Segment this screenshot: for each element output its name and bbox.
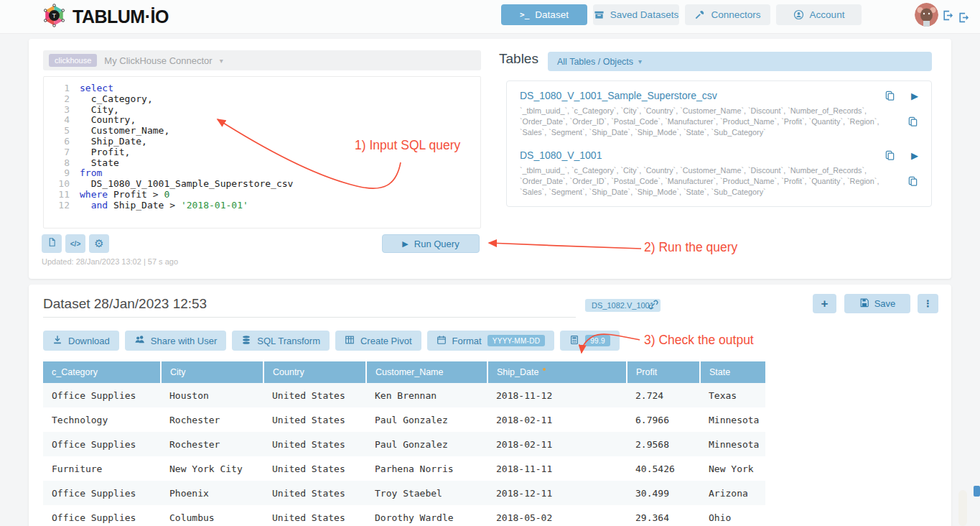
table-cell: Office Supplies xyxy=(43,481,161,505)
table-cell: Office Supplies xyxy=(43,432,161,456)
format-button[interactable]: Format YYYY-MM-DD xyxy=(427,331,555,351)
kebab-icon: ⋮ xyxy=(923,298,933,309)
copy-icon[interactable] xyxy=(885,150,895,161)
file-icon xyxy=(47,237,57,250)
tables-list: DS_1080_V_1001_Sample_Superstore_csv ▶ `… xyxy=(506,80,932,207)
tab-connectors[interactable]: Connectors xyxy=(685,4,770,25)
add-dataset-button[interactable]: + xyxy=(813,294,836,313)
table-cell: New York xyxy=(700,456,765,481)
column-header-customer-name[interactable]: Customer_Name xyxy=(366,361,487,383)
connector-type-badge: clickhouse xyxy=(49,54,97,67)
tab-label: Dataset xyxy=(535,9,569,20)
sql-transform-button[interactable]: SQL Transform xyxy=(232,331,330,351)
table-cell: Paul Gonzalez xyxy=(366,407,487,432)
download-label: Download xyxy=(68,336,110,346)
result-table: c_Category City Country Customer_Name Sh… xyxy=(43,361,765,526)
chevron-down-icon: ▾ xyxy=(638,57,642,65)
precision-badge: 99.9 xyxy=(585,335,610,346)
table-row[interactable]: FurnitureNew York CityUnited StatesParhe… xyxy=(43,456,765,481)
table-cell: 29.364 xyxy=(627,505,700,526)
link-icon[interactable] xyxy=(648,299,659,313)
save-icon xyxy=(859,297,869,310)
sort-indicator xyxy=(543,368,546,371)
person-icon xyxy=(793,9,804,20)
table-cell: Arizona xyxy=(700,481,765,505)
table-grid-icon xyxy=(345,335,355,347)
navbar: T TABLUM·İO >_ Dataset Saved Datasets xyxy=(0,0,980,34)
tab-label: Saved Datasets xyxy=(610,9,678,20)
table-link[interactable]: DS_1080_V_1001 xyxy=(520,149,602,161)
tab-dataset[interactable]: >_ Dataset xyxy=(501,4,587,25)
table-row[interactable]: Office SuppliesColumbusUnited StatesDoro… xyxy=(43,505,765,526)
table-cell: 2.724 xyxy=(627,383,700,407)
copy-icon[interactable] xyxy=(885,91,895,101)
new-file-button[interactable] xyxy=(42,234,62,253)
table-cell: Dorothy Wardle xyxy=(366,505,487,526)
calculator-icon xyxy=(569,335,579,347)
copy-icon[interactable] xyxy=(907,176,918,187)
scroll-track xyxy=(958,490,967,526)
logout-icon[interactable] xyxy=(942,9,954,24)
table-cell: United States xyxy=(263,383,366,407)
avatar[interactable] xyxy=(915,3,938,27)
table-cell: Technology xyxy=(43,407,161,432)
tab-saved-datasets[interactable]: Saved Datasets xyxy=(593,4,679,25)
run-query-button[interactable]: ▶ Run Query xyxy=(382,234,480,253)
dataset-section: Dataset 28/Jan/2023 12:53 DS_1082.V_1001… xyxy=(29,285,951,526)
more-options-button[interactable]: ⋮ xyxy=(918,294,938,313)
table-cell: Rochester xyxy=(161,432,263,456)
share-label: Share with User xyxy=(151,336,217,346)
wrench-icon xyxy=(694,9,705,20)
table-cell: Phoenix xyxy=(161,481,263,505)
logo[interactable]: T TABLUM·İO xyxy=(42,3,169,31)
table-cell: New York City xyxy=(161,456,263,481)
table-cell: United States xyxy=(263,407,366,432)
tables-filter-select[interactable]: All Tables / Objects ▾ xyxy=(548,52,932,71)
table-row[interactable]: Office SuppliesRochesterUnited StatesPau… xyxy=(43,432,765,456)
precision-button[interactable]: 99.9 xyxy=(560,331,620,351)
column-header-state[interactable]: State xyxy=(700,361,765,383)
play-icon[interactable]: ▶ xyxy=(911,150,918,161)
table-cell: 2.9568 xyxy=(627,432,700,456)
date-format-badge: YYYY-MM-DD xyxy=(487,335,546,346)
column-header-c-category[interactable]: c_Category xyxy=(43,361,161,383)
svg-text:T: T xyxy=(52,13,56,19)
annotation-step2: 2) Run the query xyxy=(644,240,737,255)
updated-timestamp: Updated: 28/Jan/2023 13:02 | 57 s ago xyxy=(42,257,178,266)
column-header-profit[interactable]: Profit xyxy=(627,361,700,383)
connector-name: My ClickHouse Connector xyxy=(104,55,212,66)
scrollbar-thumb[interactable] xyxy=(974,486,980,497)
calendar-icon xyxy=(437,335,447,347)
save-button[interactable]: Save xyxy=(844,294,910,313)
column-header-ship-date[interactable]: Ship_Date xyxy=(487,361,627,383)
table-cell: Paul Gonzalez xyxy=(366,432,487,456)
tab-account[interactable]: Account xyxy=(776,4,862,25)
table-row[interactable]: TechnologyRochesterUnited StatesPaul Gon… xyxy=(43,407,765,432)
table-row[interactable]: Office SuppliesPhoenixUnited StatesTroy … xyxy=(43,481,765,505)
settings-button[interactable]: ⚙ xyxy=(89,234,109,253)
query-workspace: clickhouse My ClickHouse Connector ▾ 123… xyxy=(29,39,951,279)
connector-selector[interactable]: clickhouse My ClickHouse Connector ▾ xyxy=(43,50,481,70)
share-button[interactable]: Share with User xyxy=(125,331,226,351)
logout-icon[interactable] xyxy=(958,11,970,27)
column-header-city[interactable]: City xyxy=(161,361,263,383)
copy-icon[interactable] xyxy=(907,116,918,127)
table-cell: United States xyxy=(263,481,366,505)
code-view-button[interactable]: </> xyxy=(65,234,85,253)
table-cell: United States xyxy=(263,505,366,526)
play-icon[interactable]: ▶ xyxy=(911,91,918,101)
table-cell: 2018-11-12 xyxy=(487,383,627,407)
table-cell: Houston xyxy=(161,383,263,407)
table-cell: Parhena Norris xyxy=(366,456,487,481)
create-pivot-button[interactable]: Create Pivot xyxy=(335,331,421,351)
download-button[interactable]: Download xyxy=(43,331,119,351)
column-header-country[interactable]: Country xyxy=(263,361,366,383)
table-row[interactable]: Office SuppliesHoustonUnited StatesKen B… xyxy=(43,383,765,407)
tab-label: Connectors xyxy=(711,9,760,20)
tab-label: Account xyxy=(810,9,845,20)
table-link[interactable]: DS_1080_V_1001_Sample_Superstore_csv xyxy=(520,90,717,101)
tables-panel-title: Tables xyxy=(499,51,538,67)
play-icon: ▶ xyxy=(402,239,408,249)
editor-gutter: 123456789101112 xyxy=(44,83,80,221)
table-entry: DS_1080_V_1001 ▶ `_tblm_uuid_`, `c_Categ… xyxy=(520,149,918,198)
